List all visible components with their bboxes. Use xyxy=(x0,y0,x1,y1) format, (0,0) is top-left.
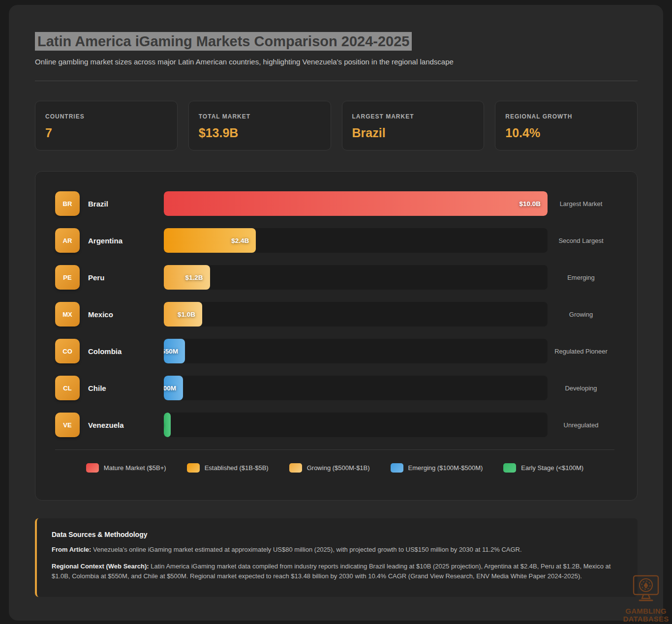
legend-swatch-green xyxy=(503,463,516,473)
market-status: Largest Market xyxy=(548,200,614,208)
stat-value: 7 xyxy=(45,126,167,140)
page-title-highlight: Latin America iGaming Markets Comparison… xyxy=(35,32,412,51)
country-name: Brazil xyxy=(88,200,164,208)
bar-value: $10.0B xyxy=(519,200,541,208)
market-status: Emerging xyxy=(548,274,614,281)
bar-value: $1.2B xyxy=(185,274,203,281)
country-code-badge: VE xyxy=(55,413,80,437)
legend-label: Mature Market ($5B+) xyxy=(104,464,166,472)
stat-card-largest-market: LARGEST MARKET Brazil xyxy=(342,101,485,150)
data-sources-panel: Data Sources & Methodology From Article:… xyxy=(35,518,638,597)
stat-card-total-market: TOTAL MARKET $13.9B xyxy=(188,101,331,150)
stat-card-countries: COUNTRIES 7 xyxy=(35,101,178,150)
country-code-badge: MX xyxy=(55,302,80,327)
bar-value: $2.4B xyxy=(231,237,249,244)
chart-row-mexico: MX Mexico $1.0B Growing xyxy=(55,302,614,327)
bar-track: $1.2B xyxy=(164,265,548,290)
bar-track: $80M xyxy=(164,413,548,437)
bar-track: $500M xyxy=(164,376,548,400)
country-name: Colombia xyxy=(88,347,164,356)
market-status: Developing xyxy=(548,385,614,392)
regional-context-paragraph: Regional Context (Web Search): Latin Ame… xyxy=(52,562,623,581)
legend-label: Growing ($500M-$1B) xyxy=(307,464,370,472)
legend-label: Emerging ($100M-$500M) xyxy=(408,464,483,472)
bar-fill-mexico: $1.0B xyxy=(164,302,202,327)
bar-fill-chile: $500M xyxy=(164,376,183,400)
chart-row-venezuela: VE Venezuela $80M Unregulated xyxy=(55,413,614,437)
legend-swatch-light-orange xyxy=(289,463,302,473)
bar-fill-colombia: $550M xyxy=(164,339,185,363)
from-article-paragraph: From Article: Venezuela's online iGaming… xyxy=(52,545,623,555)
legend-item-growing: Growing ($500M-$1B) xyxy=(289,463,370,473)
stat-value: $13.9B xyxy=(199,126,321,140)
legend-swatch-orange xyxy=(187,463,200,473)
monitor-casino-chip-icon xyxy=(629,575,663,605)
bar-track: $550M xyxy=(164,339,548,363)
legend-label: Established ($1B-$5B) xyxy=(205,464,269,472)
page-subtitle: Online gambling market sizes across majo… xyxy=(35,58,638,66)
watermark-line2: DATABASES xyxy=(620,615,672,623)
stat-card-regional-growth: REGIONAL GROWTH 10.4% xyxy=(495,101,638,150)
from-article-lead: From Article: xyxy=(52,546,91,553)
chart-row-chile: CL Chile $500M Developing xyxy=(55,376,614,400)
legend-item-emerging: Emerging ($100M-$500M) xyxy=(391,463,483,473)
country-name: Chile xyxy=(88,384,164,392)
regional-context-lead: Regional Context (Web Search): xyxy=(52,563,149,570)
country-code-badge: CL xyxy=(55,376,80,400)
country-code-badge: BR xyxy=(55,191,80,216)
bar-track: $2.4B xyxy=(164,228,548,253)
stat-label: REGIONAL GROWTH xyxy=(505,113,627,120)
legend-item-mature: Mature Market ($5B+) xyxy=(86,463,166,473)
chart-legend: Mature Market ($5B+) Established ($1B-$5… xyxy=(55,450,614,473)
chart-row-colombia: CO Colombia $550M Regulated Pioneer xyxy=(55,339,614,363)
country-name: Peru xyxy=(88,273,164,282)
bar-fill-venezuela: $80M xyxy=(164,413,171,437)
bar-track: $1.0B xyxy=(164,302,548,327)
stat-label: TOTAL MARKET xyxy=(199,113,321,120)
stat-value: 10.4% xyxy=(505,126,627,140)
bar-fill-peru: $1.2B xyxy=(164,265,210,290)
country-code-badge: AR xyxy=(55,228,80,253)
stat-value: Brazil xyxy=(352,126,474,140)
stat-label: LARGEST MARKET xyxy=(352,113,474,120)
main-container: Latin America iGaming Markets Comparison… xyxy=(9,5,663,621)
country-code-badge: CO xyxy=(55,339,80,363)
chart-row-argentina: AR Argentina $2.4B Second Largest xyxy=(55,228,614,253)
chart-row-peru: PE Peru $1.2B Emerging xyxy=(55,265,614,290)
bar-value: $500M xyxy=(164,385,176,392)
data-sources-title: Data Sources & Methodology xyxy=(52,531,623,538)
stat-label: COUNTRIES xyxy=(45,113,167,120)
legend-item-early: Early Stage (<$100M) xyxy=(503,463,583,473)
country-name: Venezuela xyxy=(88,421,164,429)
market-status: Growing xyxy=(548,311,614,318)
country-code-badge: PE xyxy=(55,265,80,290)
country-name: Mexico xyxy=(88,310,164,319)
legend-item-established: Established ($1B-$5B) xyxy=(187,463,269,473)
bar-value: $550M xyxy=(164,348,178,355)
market-status: Unregulated xyxy=(548,421,614,429)
header-divider xyxy=(35,81,638,81)
legend-swatch-red xyxy=(86,463,99,473)
watermark-line1: GAMBLING xyxy=(620,607,672,615)
market-status: Second Largest xyxy=(548,237,614,244)
legend-swatch-blue xyxy=(391,463,403,473)
market-comparison-chart: BR Brazil $10.0B Largest Market AR Argen… xyxy=(35,171,638,501)
market-status: Regulated Pioneer xyxy=(548,348,614,355)
bar-fill-brazil: $10.0B xyxy=(164,191,548,216)
legend-label: Early Stage (<$100M) xyxy=(521,464,583,472)
country-name: Argentina xyxy=(88,237,164,245)
stats-row: COUNTRIES 7 TOTAL MARKET $13.9B LARGEST … xyxy=(35,101,638,150)
gambling-databases-watermark: GAMBLING DATABASES xyxy=(620,575,672,624)
from-article-text: Venezuela's online iGaming market estima… xyxy=(91,546,521,553)
page-title: Latin America iGaming Markets Comparison… xyxy=(35,33,638,50)
bar-track: $10.0B xyxy=(164,191,548,216)
chart-row-brazil: BR Brazil $10.0B Largest Market xyxy=(55,191,614,216)
bar-fill-argentina: $2.4B xyxy=(164,228,256,253)
bar-value: $1.0B xyxy=(178,311,195,318)
